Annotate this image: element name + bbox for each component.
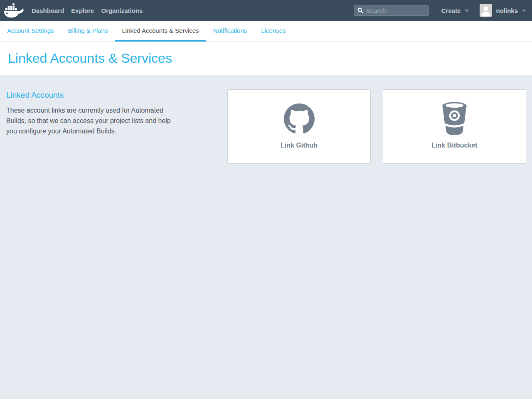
tab-billing-plans[interactable]: Billing & Plans bbox=[61, 21, 115, 42]
top-navbar: Dashboard Explore Organizations Create n… bbox=[0, 0, 532, 21]
search-box[interactable] bbox=[354, 5, 429, 16]
linked-accounts-intro: Linked Accounts These account links are … bbox=[6, 89, 175, 136]
nav-link-explore[interactable]: Explore bbox=[71, 7, 94, 14]
create-caret-down-icon[interactable] bbox=[465, 10, 469, 12]
title-bar: Linked Accounts & Services bbox=[0, 42, 532, 75]
tab-licenses[interactable]: Licenses bbox=[254, 21, 293, 42]
page-title: Linked Accounts & Services bbox=[8, 51, 172, 66]
search-icon bbox=[357, 7, 363, 13]
settings-tabbar: Account Settings Billing & Plans Linked … bbox=[0, 21, 532, 42]
docker-logo-icon[interactable] bbox=[3, 3, 24, 18]
bitbucket-icon bbox=[441, 101, 468, 136]
nav-link-dashboard[interactable]: Dashboard bbox=[32, 7, 64, 14]
main-content: Linked Accounts These account links are … bbox=[0, 75, 532, 399]
link-github-card[interactable]: Link Github bbox=[227, 89, 371, 164]
link-bitbucket-card[interactable]: Link Bitbucket bbox=[383, 89, 526, 164]
username-label[interactable]: nolinks bbox=[496, 7, 518, 14]
section-description: These account links are currently used f… bbox=[6, 105, 175, 136]
user-avatar[interactable] bbox=[480, 4, 492, 17]
tab-notifications[interactable]: Notifications bbox=[206, 21, 254, 42]
link-bitbucket-label: Link Bitbucket bbox=[431, 142, 477, 149]
link-cards: Link Github Link Bitbucket bbox=[227, 89, 526, 164]
tab-linked-accounts-services[interactable]: Linked Accounts & Services bbox=[115, 21, 206, 42]
nav-link-organizations[interactable]: Organizations bbox=[101, 7, 143, 14]
github-icon bbox=[284, 101, 315, 136]
link-github-label: Link Github bbox=[281, 142, 318, 149]
section-heading: Linked Accounts bbox=[6, 91, 175, 100]
tab-account-settings[interactable]: Account Settings bbox=[0, 21, 61, 42]
user-menu-caret-down-icon[interactable] bbox=[522, 10, 526, 12]
search-input[interactable] bbox=[366, 7, 425, 14]
create-button[interactable]: Create bbox=[441, 7, 461, 14]
